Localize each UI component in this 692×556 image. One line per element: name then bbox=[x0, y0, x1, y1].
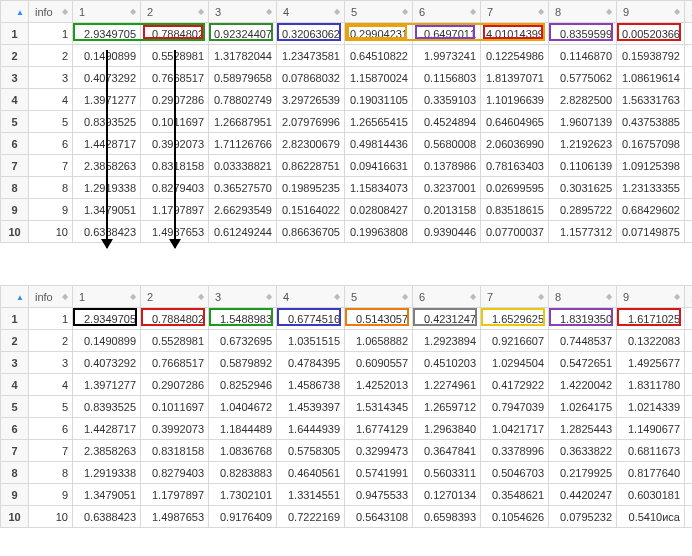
cell[interactable]: 0.6090557 bbox=[345, 352, 413, 374]
cell[interactable]: 0.9475533 bbox=[345, 484, 413, 506]
col-3[interactable]: 3◆ bbox=[209, 1, 277, 23]
cell[interactable]: 0.36527570 bbox=[209, 177, 277, 199]
cell[interactable]: 2.06036990 bbox=[481, 133, 549, 155]
cell[interactable]: 0.03338821 bbox=[209, 155, 277, 177]
col-6[interactable]: 6◆ bbox=[413, 1, 481, 23]
cell[interactable]: 1.3479051 bbox=[73, 484, 141, 506]
cell[interactable]: 1.4252013 bbox=[345, 374, 413, 396]
cell[interactable]: 0.8252946 bbox=[209, 374, 277, 396]
cell[interactable]: 0.6732695 bbox=[209, 330, 277, 352]
sort-icon[interactable]: ◆ bbox=[606, 8, 612, 16]
cell[interactable]: 0.2907286 bbox=[141, 374, 209, 396]
cell[interactable]: 2.07976996 bbox=[277, 111, 345, 133]
table-row[interactable]: 441.39712770.29072860.82529461.45867381.… bbox=[1, 374, 693, 396]
cell[interactable]: 1.7302101 bbox=[209, 484, 277, 506]
cell[interactable]: 0.4784395 bbox=[277, 352, 345, 374]
cell[interactable]: 1.0264175 bbox=[549, 396, 617, 418]
cell[interactable]: 1.6774129 bbox=[345, 418, 413, 440]
cell[interactable]: 0.19895235 bbox=[277, 177, 345, 199]
cell[interactable]: 0.3647841 bbox=[413, 440, 481, 462]
cell[interactable]: 1.4925677 bbox=[617, 352, 685, 374]
cell[interactable]: 6 bbox=[29, 418, 73, 440]
row-index[interactable]: 3 bbox=[1, 67, 29, 89]
cell[interactable]: 0.1054626 bbox=[481, 506, 549, 528]
cell[interactable]: 0.3548621 bbox=[481, 484, 549, 506]
col-4[interactable]: 4◆ bbox=[277, 286, 345, 308]
sort-icon[interactable]: ◆ bbox=[62, 8, 68, 16]
cell[interactable]: 0.7884802 bbox=[141, 308, 209, 330]
cell[interactable]: 0.8359599 bbox=[549, 23, 617, 45]
cell[interactable]: 1.31782044 bbox=[209, 45, 277, 67]
cell[interactable]: 0.5643108 bbox=[345, 506, 413, 528]
col-7[interactable]: 7◆ bbox=[481, 286, 549, 308]
cell[interactable]: 1.4987653 bbox=[141, 506, 209, 528]
sort-icon[interactable]: ◆ bbox=[538, 8, 544, 16]
cell[interactable]: 0.64510822 bbox=[345, 45, 413, 67]
cell[interactable]: 0.00520366 bbox=[617, 23, 685, 45]
cell[interactable]: 0.29904231 bbox=[345, 23, 413, 45]
table-row[interactable]: 881.29193380.82794030.82838830.46405610.… bbox=[1, 462, 693, 484]
cell[interactable]: 2.82300679 bbox=[277, 133, 345, 155]
sort-icon[interactable]: ◆ bbox=[130, 8, 136, 16]
col-2[interactable]: 2◆ bbox=[141, 1, 209, 23]
col-info[interactable]: info◆ bbox=[29, 286, 73, 308]
table-row[interactable]: 772.38582630.83181581.08367680.57583050.… bbox=[1, 440, 693, 462]
cell[interactable]: 2.3858263 bbox=[73, 440, 141, 462]
cell[interactable]: 3 bbox=[29, 67, 73, 89]
cell[interactable]: 0.5758305 bbox=[277, 440, 345, 462]
sort-icon[interactable]: ◆ bbox=[674, 293, 680, 301]
cell[interactable]: 0.0795232 bbox=[549, 506, 617, 528]
cell[interactable]: 0.32063062 bbox=[277, 23, 345, 45]
cell[interactable]: 0.02808427 bbox=[345, 199, 413, 221]
cell[interactable]: 0.86636705 bbox=[277, 221, 345, 243]
cell[interactable]: 0.3359103 bbox=[413, 89, 481, 111]
cell[interactable]: 0.19031105 bbox=[345, 89, 413, 111]
cell[interactable]: 1.2825443 bbox=[549, 418, 617, 440]
cell[interactable]: 1.4220042 bbox=[549, 374, 617, 396]
cell[interactable]: 0.1322083 bbox=[617, 330, 685, 352]
cell[interactable]: 0.7884802 bbox=[141, 23, 209, 45]
cell[interactable]: 0.7668517 bbox=[141, 352, 209, 374]
cell[interactable]: 0.3237001 bbox=[413, 177, 481, 199]
col-6[interactable]: 6◆ bbox=[413, 286, 481, 308]
cell[interactable]: 0.4172922 bbox=[481, 374, 549, 396]
row-index[interactable]: 9 bbox=[1, 199, 29, 221]
table-row[interactable]: 220.14908990.55289811.317820441.23473581… bbox=[1, 45, 693, 67]
cell[interactable]: 1.15834073 bbox=[345, 177, 413, 199]
table-row[interactable]: 550.83935250.10116971.266879512.07976996… bbox=[1, 111, 693, 133]
cell[interactable]: 0.8283883 bbox=[209, 462, 277, 484]
cell[interactable]: 0.5775062 bbox=[549, 67, 617, 89]
cell[interactable]: 0.6497011 bbox=[413, 23, 481, 45]
cell[interactable]: 1.23473581 bbox=[277, 45, 345, 67]
cell[interactable]: 1.1577312 bbox=[549, 221, 617, 243]
sort-icon[interactable]: ▲ bbox=[16, 9, 24, 17]
cell[interactable]: 0.4524894 bbox=[413, 111, 481, 133]
cell[interactable]: 0.02699595 bbox=[481, 177, 549, 199]
cell[interactable]: 0.83518615 bbox=[481, 199, 549, 221]
cell[interactable]: 0.6811673 bbox=[617, 440, 685, 462]
cell[interactable]: 0.1378986 bbox=[413, 155, 481, 177]
cell[interactable]: 2.9349705 bbox=[73, 308, 141, 330]
col-1[interactable]: 1◆ bbox=[73, 1, 141, 23]
cell[interactable]: 0.6774516 bbox=[277, 308, 345, 330]
sort-icon[interactable]: ◆ bbox=[606, 293, 612, 301]
cell[interactable]: 0.1156803 bbox=[413, 67, 481, 89]
cell[interactable]: 0.1270134 bbox=[413, 484, 481, 506]
sort-icon[interactable]: ◆ bbox=[266, 293, 272, 301]
cell[interactable]: 0.3031625 bbox=[549, 177, 617, 199]
cell[interactable]: 8 bbox=[29, 462, 73, 484]
cell[interactable]: 1.0421717 bbox=[481, 418, 549, 440]
cell[interactable]: 0.3633822 bbox=[549, 440, 617, 462]
col-4[interactable]: 4◆ bbox=[277, 1, 345, 23]
cell[interactable]: 0.68429602 bbox=[617, 199, 685, 221]
col-5[interactable]: 5◆ bbox=[345, 1, 413, 23]
row-index[interactable]: 5 bbox=[1, 111, 29, 133]
row-index[interactable]: 6 bbox=[1, 418, 29, 440]
cell[interactable]: 0.5143057 bbox=[345, 308, 413, 330]
row-index[interactable]: 4 bbox=[1, 89, 29, 111]
table-row[interactable]: 220.14908990.55289810.67326951.03515151.… bbox=[1, 330, 693, 352]
cell[interactable]: 1.0658882 bbox=[345, 330, 413, 352]
cell[interactable]: 1.08619614 bbox=[617, 67, 685, 89]
cell[interactable]: 8 bbox=[29, 177, 73, 199]
table-row[interactable]: 881.29193380.82794030.365275700.19895235… bbox=[1, 177, 693, 199]
